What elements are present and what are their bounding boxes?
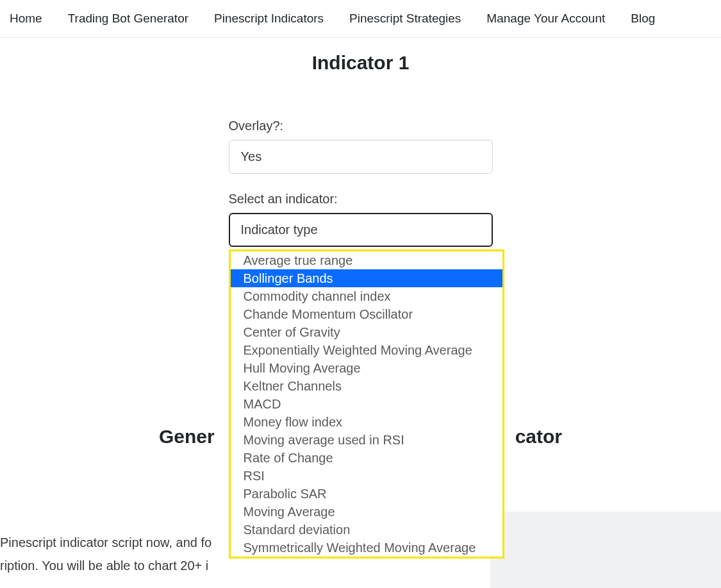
dropdown-option[interactable]: Standard deviation xyxy=(231,521,502,539)
side-panel xyxy=(490,512,721,588)
dropdown-option[interactable]: Rate of Change xyxy=(231,449,502,467)
section-heading-right: cator xyxy=(515,426,562,447)
nav-manage-account[interactable]: Manage Your Account xyxy=(486,12,605,26)
indicator-dropdown: Average true rangeBollinger BandsCommodi… xyxy=(229,249,504,559)
dropdown-option[interactable]: Parabolic SAR xyxy=(231,485,502,503)
dropdown-option[interactable]: Moving average used in RSI xyxy=(231,431,502,449)
dropdown-option[interactable]: Hull Moving Average xyxy=(231,359,502,377)
indicator-label: Select an indicator: xyxy=(229,192,493,206)
dropdown-option[interactable]: Moving Average xyxy=(231,503,502,521)
page-title: Indicator 1 xyxy=(0,52,721,74)
overlay-select[interactable]: Yes xyxy=(229,140,493,174)
nav-pinescript-indicators[interactable]: Pinescript Indicators xyxy=(214,12,324,26)
form-area: Overlay?: Yes Select an indicator: Indic… xyxy=(229,119,493,247)
dropdown-option[interactable]: Commodity channel index xyxy=(231,287,502,305)
dropdown-option[interactable]: Symmetrically Weighted Moving Average xyxy=(231,539,502,557)
nav-blog[interactable]: Blog xyxy=(631,12,655,26)
dropdown-option[interactable]: Exponentially Weighted Moving Average xyxy=(231,341,502,359)
dropdown-option[interactable]: MACD xyxy=(231,395,502,413)
dropdown-option[interactable]: Bollinger Bands xyxy=(231,269,502,287)
nav-pinescript-strategies[interactable]: Pinescript Strategies xyxy=(349,12,461,26)
nav-trading-bot-generator[interactable]: Trading Bot Generator xyxy=(68,12,188,26)
bottom-line-2: ription. You will be able to chart 20+ i xyxy=(0,554,211,577)
indicator-dropdown-list[interactable]: Average true rangeBollinger BandsCommodi… xyxy=(231,251,502,557)
dropdown-option[interactable]: Money flow index xyxy=(231,413,502,431)
dropdown-option[interactable]: Center of Gravity xyxy=(231,323,502,341)
section-heading-left: Gener xyxy=(159,426,215,447)
nav-home[interactable]: Home xyxy=(10,12,42,26)
dropdown-option[interactable]: RSI xyxy=(231,467,502,485)
main-nav: Home Trading Bot Generator Pinescript In… xyxy=(0,0,721,38)
bottom-description: Pinescript indicator script now, and fo … xyxy=(0,531,211,577)
indicator-select[interactable]: Indicator type xyxy=(229,213,493,247)
overlay-label: Overlay?: xyxy=(229,119,493,133)
dropdown-option[interactable]: Average true range xyxy=(231,251,502,269)
dropdown-option[interactable]: Chande Momentum Oscillator xyxy=(231,305,502,323)
bottom-line-1: Pinescript indicator script now, and fo xyxy=(0,531,211,554)
dropdown-option[interactable]: Keltner Channels xyxy=(231,377,502,395)
